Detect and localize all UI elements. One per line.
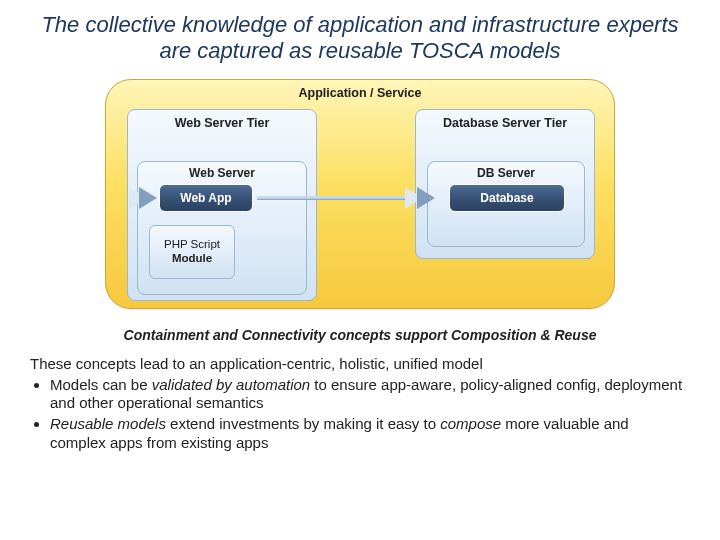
slide-title: The collective knowledge of application …	[0, 0, 720, 73]
db-server-label: DB Server	[477, 166, 535, 180]
connectivity-arrow-icon	[257, 187, 447, 209]
bullet1-em: validated by automation	[152, 376, 310, 393]
bullet-reuse: Reusable models extend investments by ma…	[50, 415, 686, 453]
bullet2-mid: extend investments by making it easy to	[166, 415, 440, 432]
web-server-tier-label: Web Server Tier	[175, 116, 270, 130]
application-service-label: Application / Service	[106, 86, 614, 100]
database-label: Database	[480, 191, 533, 205]
bullet1-pre: Models can be	[50, 376, 152, 393]
php-script-module-box: PHP Script Module	[149, 225, 235, 279]
entry-pointer-icon	[129, 186, 159, 210]
database-server-tier-label: Database Server Tier	[443, 116, 567, 130]
body-text-block: These concepts lead to an application-ce…	[0, 343, 720, 453]
web-app-label: Web App	[180, 191, 231, 205]
php-script-label-line1: PHP Script	[164, 238, 220, 250]
database-node: Database	[449, 184, 565, 212]
php-script-label-line2: Module	[172, 252, 212, 264]
bullet2-em1: Reusable models	[50, 415, 166, 432]
web-app-node: Web App	[159, 184, 253, 212]
architecture-diagram: Application / Service Web Server Tier Da…	[105, 79, 615, 309]
body-lead-line: These concepts lead to an application-ce…	[30, 355, 686, 374]
web-server-label: Web Server	[189, 166, 255, 180]
diagram-caption: Containment and Connectivity concepts su…	[0, 327, 720, 343]
bullet2-em2: compose	[440, 415, 501, 432]
bullet-validation: Models can be validated by automation to…	[50, 376, 686, 414]
